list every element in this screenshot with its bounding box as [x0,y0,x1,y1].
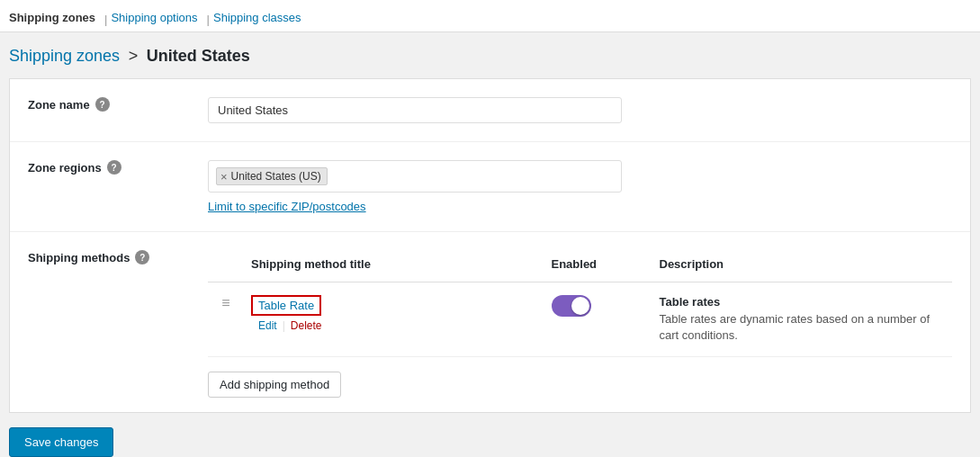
zone-regions-help-icon[interactable]: ? [107,160,121,175]
zone-name-input[interactable] [208,97,622,123]
shipping-methods-input-cell: Shipping method title Enabled Descriptio… [190,232,970,413]
tab-shipping-classes[interactable]: Shipping classes [213,7,307,31]
drag-handle-icon[interactable]: ≡ [208,291,244,315]
sm-header-title: Shipping method title [244,254,544,274]
form-table: Zone name ? Zone regions ? [10,79,970,412]
region-tag-label: United States (US) [231,170,321,183]
tab-shipping-zones[interactable]: Shipping zones [9,7,101,31]
region-tag-input[interactable]: × United States (US) [208,160,622,193]
zone-regions-row: Zone regions ? × United States (US) Limi… [10,142,970,232]
shipping-method-row: ≡ Table Rate Edit | Delete [208,282,952,357]
toggle-thumb [571,297,589,315]
sm-header-drag [208,254,244,274]
tab-shipping-options[interactable]: Shipping options [111,7,202,31]
shipping-methods-help-icon[interactable]: ? [135,250,149,264]
breadcrumb: Shipping zones > United States [0,32,980,78]
region-tag-close-icon[interactable]: × [220,171,228,183]
enabled-toggle[interactable] [552,295,591,317]
shipping-methods-label: Shipping methods [28,251,130,264]
shipping-methods-row: Shipping methods ? Shipping method title… [10,232,970,413]
shipping-methods-label-cell: Shipping methods ? [10,232,190,413]
content-area: Zone name ? Zone regions ? [9,78,971,413]
sm-desc-cell: Table rates Table rates are dynamic rate… [652,291,953,347]
breadcrumb-parent-link[interactable]: Shipping zones [9,47,120,65]
region-tag-us: × United States (US) [216,167,328,185]
sm-edit-link[interactable]: Edit [258,319,277,332]
table-rate-title-link[interactable]: Table Rate [251,295,321,316]
add-shipping-method-button[interactable]: Add shipping method [208,372,341,398]
zone-regions-label-cell: Zone regions ? [10,142,190,232]
save-changes-button[interactable]: Save changes [9,427,113,457]
zone-name-label-cell: Zone name ? [10,79,190,142]
sm-desc-text: Table rates are dynamic rates based on a… [660,311,946,344]
sm-actions-separator: | [283,319,285,332]
zone-name-help-icon[interactable]: ? [95,97,110,112]
zone-regions-input-cell: × United States (US) Limit to specific Z… [190,142,970,232]
nav-separator-1: | [104,13,107,26]
sm-delete-link[interactable]: Delete [291,319,322,332]
sm-header-description: Description [652,254,953,274]
zone-name-input-cell [190,79,970,142]
zone-name-label: Zone name [28,98,90,112]
shipping-methods-table: Shipping method title Enabled Descriptio… [208,246,952,357]
nav-separator-2: | [207,13,210,26]
breadcrumb-separator: > [129,47,139,65]
shipping-methods-header: Shipping method title Enabled Descriptio… [208,246,952,282]
zone-regions-label: Zone regions [28,161,102,175]
nav-tabs: Shipping zones | Shipping options | Ship… [0,0,980,32]
sm-desc-title: Table rates [660,295,946,309]
breadcrumb-current: United States [147,47,250,65]
sm-header-enabled: Enabled [544,254,652,274]
zip-postcodes-link[interactable]: Limit to specific ZIP/postcodes [208,200,952,213]
sm-enabled-cell [544,291,652,320]
zone-name-row: Zone name ? [10,79,970,142]
sm-title-cell: Table Rate Edit | Delete [244,291,544,336]
sm-row-actions: Edit | Delete [251,319,537,332]
